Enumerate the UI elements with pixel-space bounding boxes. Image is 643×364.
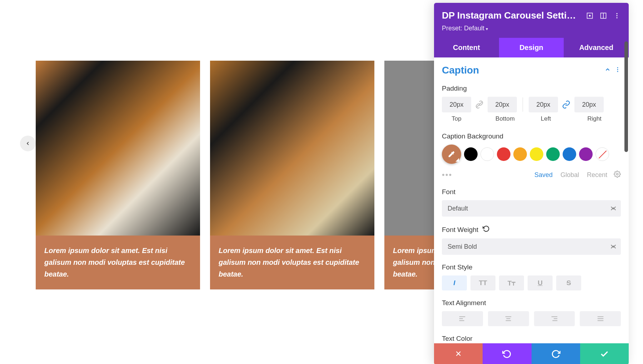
color-tab-recent[interactable]: Recent: [587, 171, 607, 179]
carousel-image: [210, 61, 374, 236]
reset-font-weight-icon[interactable]: [483, 225, 490, 234]
color-swatch[interactable]: [464, 147, 478, 161]
padding-left-input[interactable]: [529, 97, 558, 112]
layout-columns-icon[interactable]: [599, 12, 607, 20]
collapse-section-icon[interactable]: [604, 66, 611, 74]
align-center-button[interactable]: [488, 311, 529, 326]
panel-footer: ✕: [434, 343, 629, 364]
align-justify-button[interactable]: [580, 311, 621, 326]
font-label: Font: [442, 188, 621, 196]
section-title[interactable]: Caption: [442, 65, 479, 76]
text-color-label: Text Color: [442, 335, 621, 343]
svg-point-7: [617, 67, 618, 68]
link-padding-lr-icon[interactable]: [562, 100, 571, 109]
panel-title: DP Instagram Carousel Setti…: [442, 10, 580, 21]
text-alignment-label: Text Alignment: [442, 299, 621, 307]
save-button[interactable]: [580, 343, 629, 364]
svg-point-6: [616, 17, 617, 18]
align-left-button[interactable]: [442, 311, 483, 326]
font-style-label: Font Style: [442, 263, 621, 271]
padding-bottom-label: Bottom: [490, 115, 520, 122]
color-swatch[interactable]: [563, 147, 576, 161]
svg-point-4: [616, 13, 617, 14]
section-options-icon[interactable]: [614, 66, 621, 74]
panel-tabs: Content Design Advanced: [434, 38, 629, 57]
link-padding-tb-icon[interactable]: [475, 100, 484, 109]
color-swatch[interactable]: [497, 147, 510, 161]
panel-body: Caption Padding: [434, 57, 629, 343]
color-swatch[interactable]: [579, 147, 593, 161]
color-settings-icon[interactable]: [614, 171, 621, 179]
font-style-italic[interactable]: I: [442, 275, 467, 290]
font-style-uppercase[interactable]: TT: [470, 275, 495, 290]
color-swatch[interactable]: [530, 147, 543, 161]
align-right-button[interactable]: [534, 311, 575, 326]
font-weight-label: Font Weight: [442, 225, 621, 234]
tab-advanced[interactable]: Advanced: [564, 38, 629, 57]
carousel-image: [36, 61, 200, 236]
svg-point-11: [617, 173, 618, 175]
preset-selector[interactable]: Preset: Default▾: [442, 25, 621, 32]
wireframe-toggle-icon[interactable]: [586, 12, 594, 20]
panel-header: DP Instagram Carousel Setti… Preset: Def…: [434, 3, 629, 38]
padding-label: Padding: [442, 85, 621, 92]
tab-design[interactable]: Design: [499, 38, 564, 57]
settings-panel: DP Instagram Carousel Setti… Preset: Def…: [434, 3, 629, 364]
color-swatch[interactable]: [480, 147, 494, 161]
svg-point-5: [616, 15, 617, 16]
more-colors-icon[interactable]: •••: [442, 170, 452, 180]
svg-point-1: [589, 15, 590, 16]
scroll-indicator[interactable]: [624, 41, 628, 152]
color-swatch[interactable]: [513, 147, 527, 161]
padding-top-label: Top: [442, 115, 471, 122]
cancel-button[interactable]: ✕: [434, 343, 483, 364]
color-tab-global[interactable]: Global: [560, 171, 579, 179]
undo-button[interactable]: [483, 343, 531, 364]
carousel-prev-button[interactable]: [20, 136, 36, 151]
more-options-icon[interactable]: [613, 12, 621, 20]
carousel-caption: Lorem ipsum dolor sit amet. Est nisi gal…: [210, 236, 374, 289]
carousel-card: Lorem ipsum dolor sit amet. Est nisi gal…: [210, 61, 374, 289]
color-picker-button[interactable]: [442, 145, 461, 164]
color-swatch[interactable]: [546, 147, 560, 161]
padding-right-label: Right: [580, 115, 609, 122]
carousel-card: Lorem ipsum dolor sit amet. Est nisi gal…: [36, 61, 200, 289]
padding-bottom-input[interactable]: [488, 97, 517, 112]
padding-top-input[interactable]: [442, 97, 471, 112]
font-weight-select[interactable]: Semi Bold: [442, 238, 621, 255]
padding-left-label: Left: [531, 115, 560, 122]
svg-point-9: [617, 71, 618, 72]
redo-button[interactable]: [532, 343, 580, 364]
carousel-caption: Lorem ipsum dolor sit amet. Est nisi gal…: [36, 236, 200, 289]
color-tab-saved[interactable]: Saved: [534, 171, 553, 179]
font-style-smallcaps[interactable]: Tᴛ: [499, 275, 524, 290]
svg-point-8: [617, 69, 618, 70]
tab-content[interactable]: Content: [434, 38, 499, 57]
font-style-underline[interactable]: U: [528, 275, 553, 290]
font-select[interactable]: Default: [442, 200, 621, 217]
font-style-strikethrough[interactable]: S: [556, 275, 581, 290]
color-swatch-none[interactable]: [595, 147, 609, 161]
padding-right-input[interactable]: [574, 97, 604, 112]
caption-bg-label: Caption Background: [442, 132, 621, 140]
